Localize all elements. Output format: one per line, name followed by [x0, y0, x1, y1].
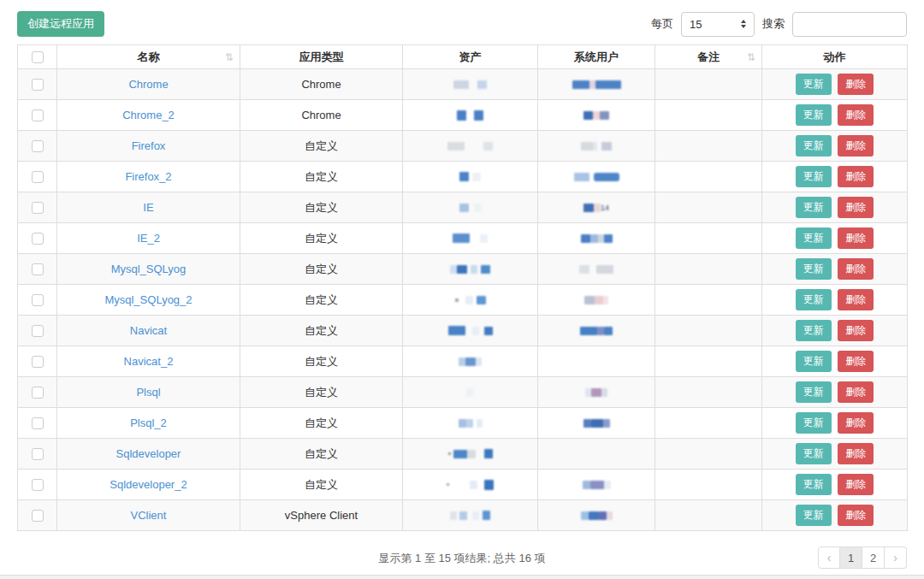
row-checkbox[interactable]: [32, 448, 44, 460]
update-button[interactable]: 更新: [796, 289, 832, 310]
system-user-redacted-tags: [538, 131, 654, 161]
table-row: Firefox_2 自定义 更新 删除: [18, 162, 908, 192]
row-checkbox[interactable]: [32, 325, 44, 337]
delete-button[interactable]: 删除: [838, 474, 874, 495]
update-button[interactable]: 更新: [796, 197, 832, 218]
app-type: Chrome: [301, 109, 341, 121]
toolbar: 创建远程应用 每页 15 搜索: [0, 0, 924, 44]
search-input[interactable]: [792, 12, 907, 37]
per-page-select[interactable]: 15: [681, 12, 755, 37]
update-button[interactable]: 更新: [796, 74, 832, 95]
header-comment[interactable]: 备注 ⇅: [655, 45, 762, 69]
app-type: 自定义: [305, 263, 338, 275]
update-button[interactable]: 更新: [796, 258, 832, 280]
delete-button[interactable]: 删除: [838, 258, 874, 280]
header-name[interactable]: 名称 ⇅: [57, 45, 240, 69]
app-name-link[interactable]: Sqldeveloper_2: [110, 478, 187, 491]
row-checkbox[interactable]: [32, 510, 44, 522]
row-checkbox[interactable]: [32, 263, 44, 275]
app-name-link[interactable]: Firefox: [132, 139, 166, 152]
app-name-link[interactable]: Plsql: [136, 386, 160, 399]
app-name-link[interactable]: Mysql_SQLyog_2: [104, 293, 192, 306]
asset-redacted-tags: [403, 69, 537, 99]
results-summary: 显示第 1 至 15 项结果; 总共 16 项: [0, 545, 924, 566]
pagination-page-2[interactable]: 2: [862, 547, 885, 569]
delete-button[interactable]: 删除: [838, 443, 874, 464]
delete-button[interactable]: 删除: [838, 412, 874, 434]
pagination-page-1[interactable]: 1: [840, 547, 862, 569]
select-all-checkbox[interactable]: [32, 51, 44, 63]
row-checkbox[interactable]: [32, 417, 44, 429]
delete-button[interactable]: 删除: [838, 381, 874, 403]
delete-button[interactable]: 删除: [838, 505, 874, 526]
update-button[interactable]: 更新: [796, 227, 832, 249]
row-checkbox[interactable]: [32, 140, 44, 152]
app-name-link[interactable]: IE_2: [137, 232, 160, 245]
delete-button[interactable]: 删除: [838, 74, 874, 95]
row-checkbox[interactable]: [32, 294, 44, 306]
delete-button[interactable]: 删除: [838, 166, 874, 187]
system-user-redacted-tags: [538, 285, 654, 315]
app-type: 自定义: [305, 386, 338, 399]
update-button[interactable]: 更新: [796, 474, 832, 495]
app-type: vSphere Client: [285, 509, 358, 522]
asset-redacted-tags: [403, 408, 537, 438]
table-row: Sqldeveloper_2 自定义 更新 删除: [18, 470, 908, 500]
table-row: Mysql_SQLyog 自定义 更新 删除: [18, 254, 908, 285]
update-button[interactable]: 更新: [796, 320, 832, 341]
update-button[interactable]: 更新: [796, 505, 832, 526]
row-checkbox[interactable]: [32, 356, 44, 368]
delete-button[interactable]: 删除: [838, 351, 874, 372]
delete-button[interactable]: 删除: [838, 104, 874, 126]
delete-button[interactable]: 删除: [838, 289, 874, 310]
row-checkbox[interactable]: [32, 387, 44, 399]
app-name-link[interactable]: Firefox_2: [125, 170, 171, 183]
sort-icon[interactable]: ⇅: [225, 51, 234, 63]
row-checkbox[interactable]: [32, 202, 44, 214]
app-name-link[interactable]: Plsql_2: [130, 417, 167, 429]
app-name-link[interactable]: Navicat_2: [124, 355, 174, 368]
asset-redacted-tags: [403, 223, 537, 253]
sort-icon[interactable]: ⇅: [747, 51, 755, 63]
system-user-redacted-tags: [538, 470, 654, 499]
table-row: IE_2 自定义 更新 删除: [18, 223, 908, 254]
update-button[interactable]: 更新: [796, 381, 832, 403]
delete-button[interactable]: 删除: [838, 320, 874, 341]
app-name-link[interactable]: Chrome_2: [122, 109, 175, 121]
asset-redacted-tags: [403, 131, 537, 161]
app-type: 自定义: [305, 232, 338, 245]
pagination-next[interactable]: ›: [885, 547, 907, 569]
app-name-link[interactable]: Mysql_SQLyog: [111, 263, 187, 275]
pagination-prev[interactable]: ‹: [818, 547, 840, 569]
update-button[interactable]: 更新: [796, 412, 832, 434]
app-name-link[interactable]: IE: [143, 201, 153, 214]
create-remote-app-button[interactable]: 创建远程应用: [17, 11, 104, 37]
delete-button[interactable]: 删除: [838, 197, 874, 218]
table-row: Navicat 自定义 更新 删除: [18, 316, 908, 346]
table-row: Chrome Chrome 更新 删除: [18, 69, 908, 100]
asset-redacted-tags: [403, 500, 537, 530]
delete-button[interactable]: 删除: [838, 227, 874, 249]
header-action: 动作: [762, 45, 908, 69]
asset-redacted-tags: [403, 377, 537, 407]
table-row: Navicat_2 自定义 更新 删除: [18, 346, 908, 377]
app-name-link[interactable]: Sqldeveloper: [116, 447, 181, 460]
asset-redacted-tags: [403, 316, 537, 346]
app-name-link[interactable]: VClient: [131, 509, 167, 522]
row-checkbox[interactable]: [32, 479, 44, 491]
app-name-link[interactable]: Chrome: [128, 78, 168, 91]
update-button[interactable]: 更新: [796, 104, 832, 126]
app-name-link[interactable]: Navicat: [130, 324, 167, 337]
update-button[interactable]: 更新: [796, 135, 832, 157]
row-checkbox[interactable]: [32, 171, 44, 183]
update-button[interactable]: 更新: [796, 166, 832, 187]
system-user-redacted-tags: [538, 439, 654, 469]
app-type: Chrome: [301, 78, 341, 91]
row-checkbox[interactable]: [32, 233, 44, 245]
row-checkbox[interactable]: [32, 109, 44, 121]
delete-button[interactable]: 删除: [838, 135, 874, 157]
update-button[interactable]: 更新: [796, 443, 832, 464]
table-footer: 显示第 1 至 15 项结果; 总共 16 项 ‹12›: [0, 545, 924, 570]
row-checkbox[interactable]: [32, 79, 44, 91]
update-button[interactable]: 更新: [796, 351, 832, 372]
